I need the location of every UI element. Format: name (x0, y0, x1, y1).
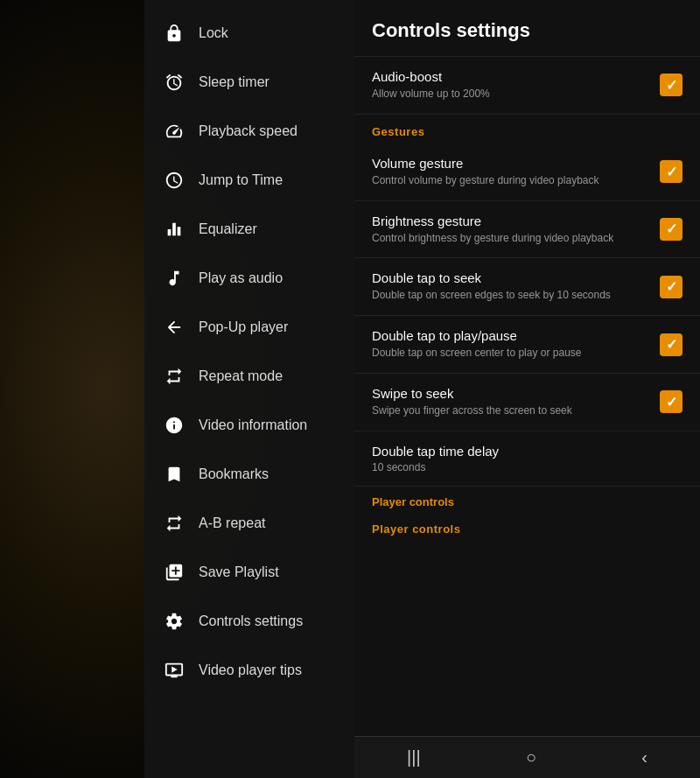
setting-row-brightness-gesture: Brightness gestureControl brightness by … (354, 201, 700, 259)
checkmark-swipe-seek: ✓ (666, 394, 677, 410)
sidebar-item-playback-speed[interactable]: Playback speed (144, 107, 354, 156)
sidebar-item-video-information[interactable]: Video information (144, 401, 354, 450)
checkbox-double-tap-play-pause[interactable]: ✓ (660, 333, 682, 356)
repeat-mode-icon (162, 364, 186, 389)
playback-speed-icon (162, 119, 186, 144)
setting-row-swipe-seek: Swipe to seekSwipe you finger across the… (354, 374, 700, 431)
setting-text-volume-gesture: Volume gestureControl volume by gesture … (372, 156, 660, 188)
nav-menu-button[interactable]: ||| (389, 740, 438, 774)
setting-text-double-tap-seek: Double tap to seekDouble tap on screen e… (372, 270, 660, 303)
checkmark-brightness-gesture: ✓ (666, 221, 677, 237)
play-as-audio-icon (162, 266, 186, 291)
section-label-player-controls: Player controls (354, 512, 700, 541)
setting-row-double-tap-seek: Double tap to seekDouble tap on screen e… (354, 258, 700, 316)
checkmark-double-tap-seek: ✓ (666, 278, 677, 295)
section-label-gestures: Gestures (354, 115, 700, 144)
sidebar-label-controls-settings: Controls settings (199, 613, 303, 629)
checkmark-volume-gesture: ✓ (666, 164, 677, 180)
setting-subtitle-brightness-gesture: Control brightness by gesture during vid… (372, 231, 660, 246)
setting-title-double-tap-seek: Double tap to seek (372, 270, 660, 285)
sidebar-label-save-playlist: Save Playlist (199, 564, 279, 580)
equalizer-icon (162, 217, 186, 242)
video-player-tips-icon (162, 658, 186, 683)
sidebar-label-popup-player: Pop-Up player (199, 319, 288, 335)
right-panel: Controls settings Audio-boostAllow volum… (354, 0, 700, 778)
sidebar-label-video-player-tips: Video player tips (199, 662, 302, 678)
setting-row-double-tap-delay: Double tap time delay10 seconds (354, 431, 700, 487)
sidebar-label-sleep-timer: Sleep timer (199, 74, 270, 90)
sidebar-label-repeat-mode: Repeat mode (199, 368, 283, 384)
ab-repeat-icon (162, 511, 186, 536)
sidebar-item-bookmarks[interactable]: Bookmarks (144, 450, 354, 499)
sidebar-label-lock: Lock (199, 25, 228, 41)
setting-row-audio-boost: Audio-boostAllow volume up to 200%✓ (354, 57, 700, 115)
checkbox-double-tap-seek[interactable]: ✓ (660, 276, 682, 298)
checkbox-volume-gesture[interactable]: ✓ (660, 160, 682, 183)
sidebar-label-play-as-audio: Play as audio (199, 270, 283, 286)
sidebar-item-save-playlist[interactable]: Save Playlist (144, 548, 354, 597)
setting-title-double-tap-play-pause: Double tap to play/pause (372, 328, 660, 343)
bottom-navigation: ||| ○ ‹ (354, 736, 700, 778)
panel-content: Audio-boostAllow volume up to 200%✓Gestu… (354, 57, 700, 778)
sidebar-menu: LockSleep timerPlayback speedJump to Tim… (144, 0, 354, 778)
setting-row-double-tap-play-pause: Double tap to play/pauseDouble tap on sc… (354, 316, 700, 374)
lock-icon (162, 21, 186, 46)
checkbox-brightness-gesture[interactable]: ✓ (660, 218, 682, 241)
setting-text-double-tap-play-pause: Double tap to play/pauseDouble tap on sc… (372, 328, 660, 361)
setting-text-audio-boost: Audio-boostAllow volume up to 200% (372, 69, 660, 102)
sidebar-item-sleep-timer[interactable]: Sleep timer (144, 58, 354, 107)
sidebar-item-play-as-audio[interactable]: Play as audio (144, 254, 354, 303)
sidebar-item-popup-player[interactable]: Pop-Up player (144, 303, 354, 352)
jump-to-time-icon (162, 168, 186, 193)
nav-back-button[interactable]: ‹ (624, 740, 665, 774)
video-information-icon (162, 413, 186, 438)
setting-text-double-tap-delay: Double tap time delay10 seconds (372, 444, 682, 473)
sidebar-label-jump-to-time: Jump to Time (199, 172, 283, 188)
checkmark-double-tap-play-pause: ✓ (666, 336, 677, 353)
sidebar-label-bookmarks: Bookmarks (199, 466, 269, 482)
sidebar-item-repeat-mode[interactable]: Repeat mode (144, 352, 354, 401)
sidebar-item-jump-to-time[interactable]: Jump to Time (144, 156, 354, 205)
setting-subtitle-double-tap-seek: Double tap on screen edges to seek by 10… (372, 288, 660, 303)
sleep-timer-icon (162, 70, 186, 95)
setting-subtitle-volume-gesture: Control volume by gesture during video p… (372, 173, 660, 188)
sidebar-item-equalizer[interactable]: Equalizer (144, 205, 354, 254)
checkbox-audio-boost[interactable]: ✓ (660, 74, 682, 96)
setting-title-brightness-gesture: Brightness gesture (372, 214, 660, 228)
controls-settings-icon (162, 609, 186, 634)
save-playlist-icon (162, 560, 186, 585)
setting-title-swipe-seek: Swipe to seek (372, 386, 660, 401)
bookmarks-icon (162, 462, 186, 487)
sidebar-label-ab-repeat: A-B repeat (199, 515, 265, 531)
sidebar-item-lock[interactable]: Lock (144, 9, 354, 58)
sidebar-label-playback-speed: Playback speed (199, 123, 298, 139)
sidebar-item-ab-repeat[interactable]: A-B repeat (144, 499, 354, 548)
sidebar-item-controls-settings[interactable]: Controls settings (144, 597, 354, 646)
setting-subtitle-double-tap-play-pause: Double tap on screen center to play or p… (372, 346, 660, 361)
setting-title-volume-gesture: Volume gesture (372, 156, 660, 171)
checkmark-audio-boost: ✓ (666, 77, 677, 94)
popup-player-icon (162, 315, 186, 340)
sidebar-label-video-information: Video information (199, 417, 307, 433)
checkbox-swipe-seek[interactable]: ✓ (660, 390, 682, 413)
setting-value-double-tap-delay: 10 seconds (372, 461, 682, 473)
setting-text-swipe-seek: Swipe to seekSwipe you finger across the… (372, 386, 660, 418)
sidebar-item-video-player-tips[interactable]: Video player tips (144, 646, 354, 695)
setting-title-double-tap-delay: Double tap time delay (372, 444, 682, 459)
setting-subtitle-swipe-seek: Swipe you finger across the screen to se… (372, 403, 660, 418)
setting-text-brightness-gesture: Brightness gestureControl brightness by … (372, 214, 660, 246)
nav-home-button[interactable]: ○ (508, 740, 554, 774)
setting-title-audio-boost: Audio-boost (372, 69, 660, 84)
partial-section-player-controls: Player controls (354, 487, 700, 512)
setting-row-volume-gesture: Volume gestureControl volume by gesture … (354, 144, 700, 201)
setting-subtitle-audio-boost: Allow volume up to 200% (372, 87, 660, 102)
sidebar-label-equalizer: Equalizer (199, 221, 257, 237)
panel-title: Controls settings (354, 0, 700, 57)
